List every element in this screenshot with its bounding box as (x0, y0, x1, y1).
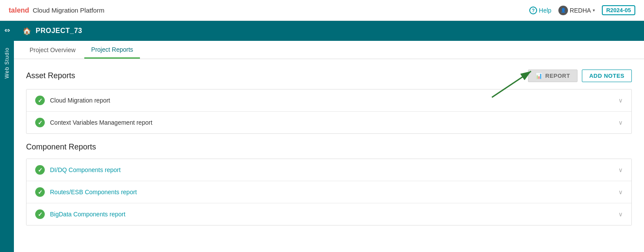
report-icon: 📊 (535, 73, 543, 79)
asset-report-group: Cloud Migration report ∨ Context Variabl… (26, 89, 632, 134)
project-name: PROJECT_73 (36, 27, 82, 35)
main-content: 🏠 PROJECT_73 Project Overview Project Re… (14, 21, 644, 252)
user-name: REDHA (570, 7, 591, 14)
help-button[interactable]: ? Help (529, 7, 551, 14)
user-icon: 👤 (558, 6, 568, 15)
check-icon (35, 96, 45, 105)
report-button[interactable]: 📊 REPORT (528, 70, 578, 82)
check-icon (35, 165, 45, 175)
nav-left: talend Cloud Migration Platform (9, 7, 104, 14)
top-nav: talend Cloud Migration Platform ? Help 👤… (0, 0, 644, 21)
report-name: Cloud Migration report (50, 97, 110, 104)
tab-project-overview[interactable]: Project Overview (23, 42, 83, 59)
check-icon (35, 118, 45, 127)
report-name[interactable]: DI/DQ Components report (50, 166, 121, 173)
sidebar-toggle[interactable]: ⇔ (4, 26, 10, 34)
project-header: 🏠 PROJECT_73 (14, 21, 644, 41)
add-notes-button[interactable]: ADD NOTES (582, 70, 632, 82)
expand-icon[interactable]: ∨ (618, 189, 623, 196)
add-notes-label: ADD NOTES (589, 73, 624, 79)
version-badge: R2024-05 (602, 5, 635, 15)
report-name[interactable]: BigData Components report (50, 211, 126, 218)
help-icon: ? (529, 7, 537, 14)
table-row: DI/DQ Components report ∨ (27, 159, 631, 181)
home-icon: 🏠 (23, 27, 31, 35)
component-reports-section: Component Reports DI/DQ Components repor… (26, 143, 632, 225)
report-item-left: DI/DQ Components report (35, 165, 121, 175)
expand-icon[interactable]: ∨ (618, 97, 623, 104)
chevron-down-icon: ▾ (593, 8, 595, 13)
expand-icon[interactable]: ∨ (618, 166, 623, 173)
action-buttons: 📊 REPORT ADD NOTES (528, 70, 632, 82)
report-item-left: Cloud Migration report (35, 96, 110, 105)
tab-bar: Project Overview Project Reports (14, 41, 644, 59)
sidebar: ⇔ Web Studio (0, 21, 14, 252)
component-reports-title: Component Reports (26, 143, 96, 152)
report-item-left: Context Variables Management report (35, 118, 153, 127)
component-reports-header: Component Reports (26, 143, 632, 152)
table-row: BigData Components report ∨ (27, 203, 631, 225)
expand-icon[interactable]: ∨ (618, 119, 623, 126)
table-row: Routes/ESB Components report ∨ (27, 181, 631, 203)
check-icon (35, 187, 45, 197)
table-row: Cloud Migration report ∨ (27, 90, 631, 112)
page-body: Asset Reports 📊 REPORT ADD NOTES C (14, 59, 644, 252)
expand-icon[interactable]: ∨ (618, 211, 623, 218)
report-name: Context Variables Management report (50, 119, 153, 126)
tab-project-reports[interactable]: Project Reports (84, 42, 140, 59)
layout: ⇔ Web Studio 🏠 PROJECT_73 Project Overvi… (0, 21, 644, 252)
nav-right: ? Help 👤 REDHA ▾ R2024-05 (529, 5, 635, 15)
check-icon (35, 209, 45, 219)
platform-title: Cloud Migration Platform (33, 7, 104, 14)
report-label: REPORT (545, 73, 570, 79)
asset-reports-header: Asset Reports 📊 REPORT ADD NOTES (26, 70, 632, 82)
component-report-group: DI/DQ Components report ∨ Routes/ESB Com… (26, 159, 632, 225)
asset-reports-title: Asset Reports (26, 71, 75, 80)
user-menu[interactable]: 👤 REDHA ▾ (558, 6, 595, 15)
table-row: Context Variables Management report ∨ (27, 112, 631, 133)
talend-logo: talend (9, 7, 29, 14)
sidebar-label: Web Studio (4, 47, 10, 79)
report-name[interactable]: Routes/ESB Components report (50, 189, 137, 196)
help-label: Help (539, 7, 551, 14)
report-item-left: Routes/ESB Components report (35, 187, 137, 197)
report-item-left: BigData Components report (35, 209, 126, 219)
